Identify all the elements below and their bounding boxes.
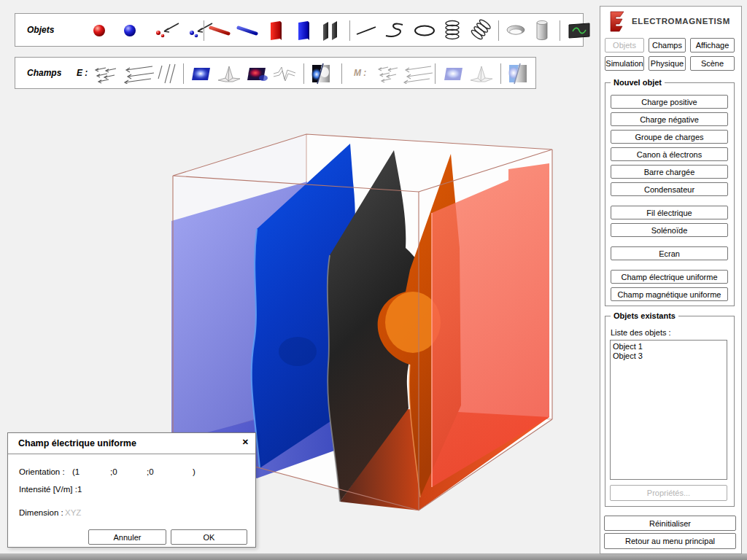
new-object-group-title: Nouvel objet [611,78,665,87]
charge-negative-button[interactable]: Charge négative [611,112,728,126]
ring-icon[interactable] [504,21,527,40]
orientation-label: Orientation : [19,467,65,476]
solenoide-button[interactable]: Solénoïde [611,223,728,237]
cylinder-icon[interactable] [533,18,551,43]
m-potential-surface-icon[interactable] [469,63,494,84]
canon-a-electrons-button[interactable]: Canon à électrons [611,147,728,161]
orientation-z-field[interactable]: ;0 [147,467,154,476]
fil-electrique-button[interactable]: Fil électrique [611,206,728,219]
e-cross-section-icon[interactable] [310,63,332,85]
intensity-field[interactable]: 1 [77,485,82,494]
m-potential-plane-icon[interactable] [441,65,465,82]
e-field-label: E : [77,68,88,78]
orientation-y-field[interactable]: ;0 [110,467,117,476]
e-potential-surface-icon[interactable] [217,63,241,84]
e-field-lines-icon[interactable] [157,63,179,85]
separator [303,63,304,84]
tab-scene[interactable]: Scène [690,56,735,71]
tab-objets[interactable]: Objets [605,38,644,52]
solenoid-icon[interactable] [443,18,462,43]
tab-simulation[interactable]: Simulation [605,56,644,71]
dialog-separator [8,454,255,454]
charged-plate-red-icon[interactable] [266,20,285,42]
straight-wire-icon[interactable] [354,21,379,40]
cancel-button[interactable]: Annuler [88,529,166,545]
objects-toolbar: Objets [15,13,584,47]
charged-plate-blue-icon[interactable] [294,20,313,42]
separator [204,20,204,41]
e-potential-surface-wire-icon[interactable] [272,63,297,84]
close-icon[interactable]: ✕ [242,438,249,447]
existing-objects-group-title: Objets existants [611,311,678,320]
e-vectors-small-icon[interactable] [93,63,117,84]
champ-electrique-uniforme-button[interactable]: Champ électrique uniforme [611,270,728,284]
e-vectors-large-icon[interactable] [122,63,154,84]
screen-icon[interactable] [567,22,592,39]
separator [500,63,501,84]
app-title: ELECTROMAGNETISM [632,17,730,26]
orientation-x-field[interactable]: (1 [72,467,80,476]
e-potential-plane-icon[interactable] [189,65,212,82]
object-list[interactable]: Object 1 Object 3 [610,340,727,480]
reset-button[interactable]: Réinitialiser [604,516,736,531]
separator [560,20,560,41]
tab-physique[interactable]: Physique [649,56,686,71]
blue-sheet-dimple [279,337,317,366]
dimension-label: Dimension : [19,508,63,517]
separator [183,63,184,84]
charged-bar-blue-icon[interactable] [236,21,259,40]
champ-magnetique-uniforme-button[interactable]: Champ magnétique uniforme [611,287,728,301]
ok-button[interactable]: OK [171,529,247,545]
properties-button[interactable]: Propriétés... [610,485,727,501]
list-item-object-1[interactable]: Object 1 [613,342,724,351]
positive-charge-group-icon[interactable] [152,20,182,41]
tab-affichage[interactable]: Affichage [690,38,735,52]
wire-loop-icon[interactable] [412,21,437,40]
list-item-object-3[interactable]: Object 3 [613,351,724,361]
e-potential-plane-colored-icon[interactable] [244,65,268,82]
fields-toolbar: Champs E : [15,57,536,89]
groupe-de-charges-button[interactable]: Groupe de charges [611,130,728,144]
m-cross-section-icon[interactable] [507,63,529,85]
object-list-label: Liste des objets : [611,328,671,337]
m-vectors-small-icon[interactable] [376,63,399,84]
curved-wire-icon[interactable] [380,20,406,42]
condensateur-button[interactable]: Condensateur [611,182,728,196]
negative-charge-icon[interactable] [122,23,138,39]
separator [349,20,350,41]
fields-toolbar-label: Champs [27,68,61,78]
orientation-close-paren: ) [193,467,196,476]
window-bottom-edge [0,553,747,560]
intensity-label: Intensité [V/m] : [19,485,77,494]
m-vectors-large-icon[interactable] [402,63,433,84]
back-to-menu-button[interactable]: Retour au menu principal [604,533,736,549]
barre-chargee-button[interactable]: Barre chargée [611,165,728,179]
separator [435,63,436,84]
charge-positive-button[interactable]: Charge positive [611,95,728,109]
app-logo-icon [608,10,626,34]
dimension-value[interactable]: XYZ [65,508,81,517]
ecran-button[interactable]: Ecran [611,246,728,260]
capacitor-icon[interactable] [320,20,342,42]
tab-champs[interactable]: Champs [649,38,686,52]
positive-charge-icon[interactable] [91,23,107,39]
red-plane [432,163,549,487]
m-field-label: M : [354,68,366,78]
dialog-title: Champ électrique uniforme [18,438,136,448]
separator [498,20,499,41]
objects-toolbar-label: Objets [27,25,54,35]
bent-solenoid-icon[interactable] [466,18,494,43]
separator [341,63,342,84]
charged-bar-red-icon[interactable] [208,21,231,40]
uniform-electric-field-dialog[interactable]: Champ électrique uniforme ✕ Orientation … [7,432,256,548]
